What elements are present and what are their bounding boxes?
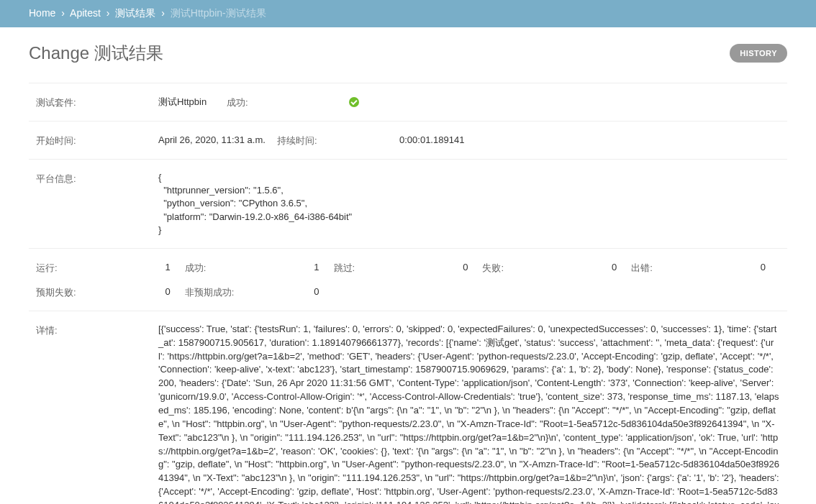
platform-label: 平台信息: bbox=[36, 171, 158, 185]
stat-success-value: 1 bbox=[206, 262, 333, 272]
stat-skip-value: 0 bbox=[355, 262, 482, 272]
breadcrumb: Home › Apitest › 测试结果 › 测试Httpbin-测试结果 bbox=[0, 0, 816, 27]
stat-expected-fail-value: 0 bbox=[76, 286, 185, 297]
stat-fail-value: 0 bbox=[504, 262, 631, 272]
stat-error-value: 0 bbox=[653, 262, 780, 272]
breadcrumb-app[interactable]: Apitest bbox=[70, 7, 101, 19]
history-button[interactable]: HISTORY bbox=[730, 44, 787, 63]
stats-row-2: 预期失败:0 非预期成功:0 bbox=[36, 285, 780, 299]
start-time-value: April 26, 2020, 11:31 a.m. bbox=[158, 133, 266, 147]
page-title: Change 测试结果 bbox=[29, 42, 163, 65]
stat-error-label: 出错: bbox=[631, 260, 653, 275]
stat-expected-fail-label: 预期失败: bbox=[36, 285, 76, 299]
start-time-label: 开始时间: bbox=[36, 133, 158, 147]
suite-label: 测试套件: bbox=[36, 95, 158, 109]
stat-run-value: 1 bbox=[58, 262, 185, 272]
duration-value: 0:00:01.189141 bbox=[399, 133, 464, 147]
stat-run-label: 运行: bbox=[36, 260, 58, 275]
stat-unexpected-success-label: 非预期成功: bbox=[185, 285, 235, 299]
stat-unexpected-success-value: 0 bbox=[234, 286, 333, 297]
details-text: [{'success': True, 'stat': {'testsRun': … bbox=[158, 323, 780, 504]
breadcrumb-current: 测试Httpbin-测试结果 bbox=[171, 7, 266, 19]
stat-fail-label: 失败: bbox=[482, 260, 504, 275]
platform-info: { "httprunner_version": "1.5.6", "python… bbox=[158, 171, 780, 237]
stat-skip-label: 跳过: bbox=[334, 260, 355, 275]
stat-success-label: 成功: bbox=[185, 260, 207, 275]
details-label: 详情: bbox=[36, 323, 158, 337]
stats-row-1: 运行:1 成功:1 跳过:0 失败:0 出错:0 bbox=[36, 260, 780, 275]
duration-label: 持续时间: bbox=[277, 133, 399, 147]
breadcrumb-home[interactable]: Home bbox=[29, 7, 55, 19]
breadcrumb-model[interactable]: 测试结果 bbox=[115, 7, 155, 19]
suite-value: 测试Httpbin bbox=[158, 95, 207, 109]
success-label: 成功: bbox=[227, 95, 349, 109]
success-check-icon bbox=[349, 97, 359, 107]
